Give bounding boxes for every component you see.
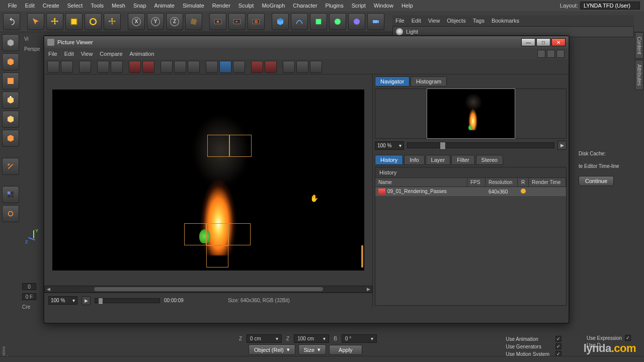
cube-primitive[interactable] <box>272 13 289 30</box>
menu-edit[interactable]: Edit <box>21 1 39 11</box>
environment-button[interactable] <box>348 13 365 30</box>
menu-help[interactable]: Help <box>397 1 417 11</box>
maximize-button[interactable]: □ <box>536 38 550 46</box>
menu-snap[interactable]: Snap <box>129 1 150 11</box>
generator-button[interactable] <box>310 13 327 30</box>
render-pv-button[interactable] <box>228 13 246 30</box>
rotate-tool[interactable] <box>85 13 102 30</box>
history-tab[interactable]: History <box>375 155 403 165</box>
pv-alpha-icon[interactable] <box>188 61 200 73</box>
pv-clapper-icon[interactable] <box>79 61 91 73</box>
pv-panel-toggle-1[interactable] <box>537 50 545 58</box>
pv-rgb-icon[interactable] <box>206 61 218 73</box>
navigator-preview[interactable] <box>375 88 567 139</box>
pv-mark-a-icon[interactable] <box>251 61 263 73</box>
apply-button[interactable]: Apply <box>329 345 362 355</box>
use-expression-checkbox[interactable]: ✓ <box>625 335 631 341</box>
close-button[interactable]: ✕ <box>551 38 566 46</box>
pv-ab-a-icon[interactable] <box>129 61 141 73</box>
z-pos-field[interactable]: 0 cm▾ <box>247 334 282 343</box>
pv-grid-2-icon[interactable] <box>296 61 308 73</box>
recent-tool[interactable] <box>104 13 121 30</box>
history-row[interactable]: 09_01_Rendering_Passes 640x360 <box>375 187 566 196</box>
minimize-button[interactable]: — <box>521 38 535 46</box>
snap-toggle[interactable] <box>2 205 19 222</box>
col-fps[interactable]: FPS <box>467 178 486 187</box>
col-rt[interactable]: Render Time <box>529 178 566 187</box>
menu-window[interactable]: Window <box>370 1 397 11</box>
move-tool[interactable] <box>46 13 63 30</box>
pv-play-button[interactable]: ▶ <box>82 296 91 305</box>
tl-start[interactable]: 0 <box>22 283 36 290</box>
coord-system-button[interactable] <box>185 13 202 30</box>
pv-menu-file[interactable]: File <box>48 51 57 57</box>
pv-titlebar[interactable]: Picture Viewer — □ ✕ <box>44 36 569 48</box>
deformer-button[interactable] <box>329 13 346 30</box>
pv-menu-edit[interactable]: Edit <box>64 51 74 57</box>
attributes-tab[interactable]: Attributes <box>635 60 643 90</box>
pv-zoom-icon[interactable] <box>111 61 123 73</box>
pv-grayscale-icon[interactable] <box>233 61 245 73</box>
tl-current[interactable]: 0 F <box>22 293 36 300</box>
point-mode[interactable] <box>2 92 19 109</box>
nav-zoom-field[interactable]: 100 %▾ <box>375 141 404 150</box>
pv-channel-icon[interactable] <box>219 61 231 73</box>
menu-mograph[interactable]: MoGraph <box>258 1 289 11</box>
continue-button[interactable]: Continue <box>579 176 614 186</box>
menu-sculpt[interactable]: Sculpt <box>234 1 258 11</box>
pv-swap-icon[interactable] <box>160 61 173 73</box>
nav-fit-button[interactable]: ▶ <box>557 141 567 150</box>
col-r[interactable]: R <box>518 178 529 187</box>
menu-file[interactable]: File <box>4 1 21 11</box>
live-select-tool[interactable] <box>27 13 44 30</box>
col-name[interactable]: Name <box>375 178 467 187</box>
pv-menu-view[interactable]: View <box>81 51 93 57</box>
texture-mode[interactable] <box>2 72 19 89</box>
view-menu-partial[interactable]: Vi <box>24 36 29 42</box>
pv-diff-icon[interactable] <box>174 61 186 73</box>
obj-menu-bookmarks[interactable]: Bookmarks <box>492 18 519 24</box>
menu-script[interactable]: Script <box>348 1 370 11</box>
model-mode[interactable] <box>2 53 19 70</box>
camera-button[interactable] <box>367 13 384 30</box>
pv-panel-toggle-3[interactable] <box>556 50 565 58</box>
use-generators-checkbox[interactable]: ✓ <box>555 343 561 349</box>
y-axis-lock[interactable]: Y <box>147 13 164 30</box>
use-animation-checkbox[interactable]: ✓ <box>555 336 561 342</box>
pv-grid-1-icon[interactable] <box>283 61 295 73</box>
obj-menu-view[interactable]: View <box>428 18 440 24</box>
menu-mesh[interactable]: Mesh <box>108 1 129 11</box>
menu-simulate[interactable]: Simulate <box>179 1 208 11</box>
z-axis-lock[interactable]: Z <box>166 13 183 30</box>
obj-menu-tags[interactable]: Tags <box>473 18 485 24</box>
pv-canvas[interactable]: ✋ <box>52 89 364 270</box>
pv-mark-b-icon[interactable] <box>265 61 277 73</box>
menu-tools[interactable]: Tools <box>87 1 108 11</box>
content-browser-tab[interactable]: Content <box>635 32 643 59</box>
menu-create[interactable]: Create <box>39 1 63 11</box>
pv-time-slider[interactable] <box>95 298 160 303</box>
pv-ab-b-icon[interactable] <box>142 61 154 73</box>
menu-select[interactable]: Select <box>63 1 87 11</box>
obj-menu-objects[interactable]: Objects <box>447 18 465 24</box>
pv-save-icon[interactable] <box>61 61 73 73</box>
pv-grid-3-icon[interactable] <box>310 61 322 73</box>
menu-render[interactable]: Render <box>208 1 234 11</box>
z-size-field[interactable]: 100 cm▾ <box>294 334 329 343</box>
axis-mode[interactable] <box>2 158 19 175</box>
pv-panel-toggle-2[interactable] <box>547 50 555 58</box>
pv-fullscreen-icon[interactable] <box>97 61 109 73</box>
render-view-button[interactable] <box>209 13 226 30</box>
coord-mode-dropdown[interactable]: Object (Rel)▾ <box>249 344 295 355</box>
nav-zoom-slider[interactable] <box>407 142 554 148</box>
pv-zoom-field[interactable]: 100 %▾ <box>48 296 77 305</box>
make-editable-button[interactable] <box>2 34 19 51</box>
navigator-tab[interactable]: Navigator <box>375 76 410 86</box>
pv-menu-compare[interactable]: Compare <box>100 51 122 57</box>
obj-menu-file[interactable]: File <box>395 18 405 24</box>
menu-character[interactable]: Character <box>289 1 321 11</box>
histogram-tab[interactable]: Histogram <box>411 76 447 86</box>
layout-dropdown[interactable]: LYNDA TFD (User) <box>580 2 640 10</box>
render-settings-button[interactable] <box>248 13 265 30</box>
size-mode-dropdown[interactable]: Size▾ <box>298 344 326 355</box>
